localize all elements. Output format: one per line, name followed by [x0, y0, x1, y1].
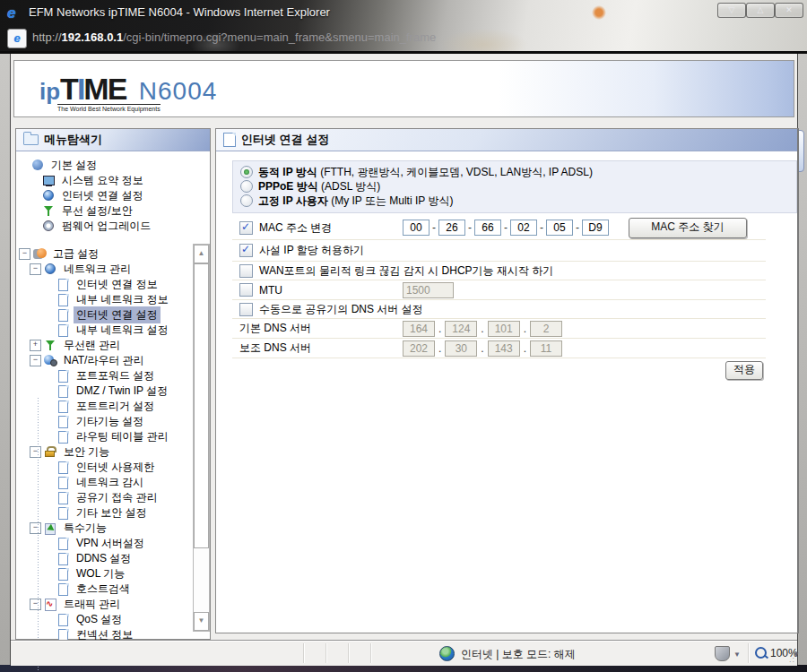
tree-item[interactable]: DMZ / Twin IP 설정 — [17, 383, 189, 399]
browser-chrome: e EFM Networks ipTIME N6004 - Windows In… — [0, 0, 807, 51]
doc-icon — [56, 370, 70, 382]
mac-change-checkbox[interactable] — [239, 221, 253, 235]
private-ip-row: 사설 IP 할당 허용하기 — [232, 240, 766, 262]
tree-item[interactable]: 인터넷 연결 설정 — [17, 307, 189, 323]
tree-item[interactable]: 호스트검색 — [17, 582, 189, 597]
menu-tree: 기본 설정시스템 요약 정보인터넷 연결 설정무선 설정/보안펌웨어 업그레이드… — [17, 158, 189, 658]
scroll-down-icon[interactable]: ▼ — [194, 612, 209, 631]
collapse-icon[interactable]: − — [30, 446, 41, 458]
window-frame-bottom — [0, 665, 807, 672]
radio-static-ip[interactable] — [240, 194, 253, 207]
tree-item[interactable]: 펌웨어 업그레이드 — [17, 219, 189, 234]
tree-item[interactable]: VPN 서버설정 — [17, 536, 189, 551]
disc-icon — [42, 220, 56, 232]
page-title: 인터넷 연결 설정 — [241, 129, 329, 151]
tree-item[interactable]: −트래픽 관리 — [17, 597, 189, 612]
tree-guide-line — [38, 398, 39, 672]
address-bar[interactable]: e http://192.168.0.1/cgi-bin/timepro.cgi… — [0, 25, 807, 51]
doc-icon — [56, 385, 70, 397]
dns1-octet-2 — [445, 321, 477, 337]
maximize-button[interactable]: △ — [746, 3, 775, 18]
tree-item[interactable]: DDNS 설정 — [17, 551, 189, 566]
wan-type-option-dynamic[interactable]: 동적 IP 방식 (FTTH, 광랜방식, 케이블모뎀, VDSL, LAN방식… — [240, 165, 789, 179]
zone-status-text: 인터넷 | 보호 모드: 해제 — [461, 647, 576, 662]
shield-dropdown-icon[interactable]: ▼ — [733, 650, 741, 659]
tree-item[interactable]: 내부 네트워크 설정 — [17, 323, 189, 338]
tree-item[interactable]: 라우팅 테이블 관리 — [17, 429, 189, 444]
radio-pppoe[interactable] — [240, 180, 253, 193]
gear-orange-icon — [33, 248, 47, 260]
tree-item[interactable]: WOL 기능 — [17, 566, 189, 582]
tree-item[interactable]: 인터넷 사용제한 — [17, 460, 189, 475]
private-ip-checkbox[interactable] — [239, 244, 253, 257]
mac-octet-5[interactable] — [546, 220, 573, 236]
tree-item[interactable]: QoS 설정 — [17, 612, 189, 627]
doc-icon — [56, 583, 70, 595]
url-text[interactable]: http://192.168.0.1/cgi-bin/timepro.cgi?m… — [32, 30, 436, 44]
tree-item[interactable]: 인터넷 연결 정보 — [17, 277, 189, 292]
tree-item[interactable]: −네트워크 관리 — [17, 262, 189, 277]
scrollbar-thumb[interactable] — [194, 263, 209, 548]
resize-grip[interactable]: .: — [789, 655, 795, 664]
collapse-icon[interactable]: − — [30, 355, 41, 366]
doc-icon — [56, 461, 70, 473]
mac-octet-4[interactable] — [510, 220, 537, 236]
tree-item[interactable]: 기타기능 설정 — [17, 414, 189, 429]
expand-icon[interactable]: + — [30, 340, 41, 351]
wan-type-option-static[interactable]: 고정 IP 사용자 (My IP 또는 Multi IP 방식) — [240, 194, 789, 208]
tree-item[interactable]: +무선랜 관리 — [17, 338, 189, 353]
mac-find-button[interactable]: MAC 주소 찾기 — [629, 218, 747, 238]
minimize-button[interactable]: ▽ — [717, 3, 746, 18]
doc-icon — [56, 309, 70, 321]
doc-icon — [56, 416, 70, 427]
dns-manual-row: 수동으로 공유기의 DNS 서버 설정 — [232, 300, 766, 319]
apply-button[interactable]: 적용 — [725, 361, 763, 380]
dns2-octet-4 — [530, 340, 562, 357]
dns-manual-checkbox[interactable] — [239, 303, 253, 316]
mac-octet-2[interactable] — [438, 220, 465, 236]
mac-octet-6[interactable] — [582, 220, 609, 236]
scroll-up-icon[interactable]: ▲ — [194, 245, 209, 263]
antenna-icon — [42, 205, 56, 217]
tree-item[interactable]: 포트포워드 설정 — [17, 368, 189, 383]
radio-dynamic-ip[interactable] — [240, 166, 253, 178]
tree-item[interactable]: 네트워크 감시 — [17, 475, 189, 490]
title-bar: e EFM Networks ipTIME N6004 - Windows In… — [0, 0, 807, 25]
statusbar-divider — [303, 643, 304, 663]
tree-item[interactable]: 공유기 접속 관리 — [17, 490, 189, 505]
close-button[interactable]: ✕ — [775, 3, 803, 18]
gear-blue-icon — [31, 159, 45, 171]
collapse-icon[interactable]: − — [30, 599, 41, 610]
sidebar-scrollbar[interactable]: ▲ ▼ — [193, 244, 210, 632]
logo-ip: ip — [39, 78, 60, 105]
sidebar-header: 메뉴탐색기 — [16, 129, 210, 151]
tree-item[interactable]: 무선 설정/보안 — [17, 203, 189, 219]
ie-logo-icon: e — [7, 4, 15, 22]
dns1-octet-3 — [488, 321, 520, 337]
wan-link-checkbox[interactable] — [239, 264, 253, 278]
tree-item-label[interactable]: 펌웨어 업그레이드 — [59, 218, 153, 235]
tree-item[interactable]: −보안 기능 — [17, 444, 189, 460]
wan-link-label: WAN포트의 물리적 링크 끊김 감지 시 DHCP기능 재시작 하기 — [259, 263, 553, 279]
tree-item[interactable]: 기본 설정 — [17, 158, 189, 173]
mac-octet-3[interactable] — [474, 220, 501, 236]
tree-item[interactable]: −NAT/라우터 관리 — [17, 353, 189, 368]
wan-type-option-pppoe[interactable]: PPPoE 방식 (ADSL 방식) — [240, 179, 789, 194]
collapse-icon[interactable]: − — [19, 248, 30, 260]
tree-item[interactable]: −특수기능 — [17, 521, 189, 536]
zoom-magnifier-icon[interactable] — [755, 647, 767, 659]
tree-item[interactable]: 시스템 요약 정보 — [17, 173, 189, 188]
dns-secondary-row: 보조 DNS 서버 . . . — [232, 339, 766, 358]
tree-item[interactable]: 포트트리거 설정 — [17, 399, 189, 414]
tree-item[interactable]: 내부 네트워크 정보 — [17, 292, 189, 307]
mtu-checkbox[interactable] — [239, 283, 253, 297]
tree-item[interactable]: 인터넷 연결 설정 — [17, 188, 189, 203]
smartscreen-shield-icon[interactable] — [715, 646, 730, 661]
collapse-icon[interactable]: − — [30, 522, 41, 534]
doc-icon — [56, 538, 70, 549]
tree-item[interactable]: 기타 보안 설정 — [17, 505, 189, 521]
collapse-icon[interactable]: − — [30, 263, 41, 275]
tree-item[interactable]: −고급 설정 — [17, 246, 189, 262]
mac-octet-1[interactable] — [403, 220, 430, 236]
sidebar-panel: 메뉴탐색기 기본 설정시스템 요약 정보인터넷 연결 설정무선 설정/보안펌웨어… — [15, 128, 211, 640]
